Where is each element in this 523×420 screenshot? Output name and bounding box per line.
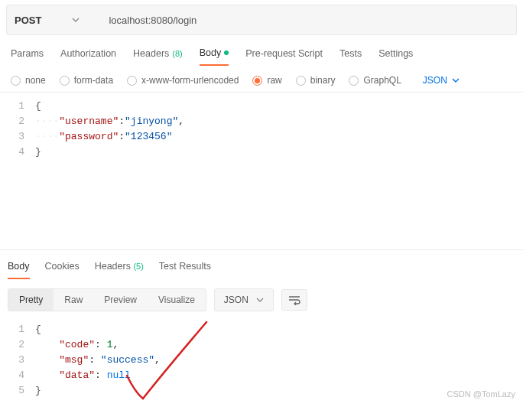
body-type-raw[interactable]: raw xyxy=(252,75,281,86)
body-type-formdata[interactable]: form-data xyxy=(60,75,113,86)
watermark-text: CSDN @TomLazy xyxy=(447,386,515,402)
http-method-label: POST xyxy=(15,15,41,26)
line-number: 1 xyxy=(0,99,35,114)
line-number: 5 xyxy=(0,383,35,399)
resp-tab-testresults[interactable]: Test Results xyxy=(159,261,211,279)
body-type-binary[interactable]: binary xyxy=(296,75,336,86)
http-method-select[interactable]: POST xyxy=(15,15,90,26)
request-bar: POST localhost:8080/login xyxy=(6,5,517,35)
response-body-editor[interactable]: 1{ 2 "code": 1, 3 "msg": "success", 4 "d… xyxy=(0,321,523,406)
radio-icon xyxy=(60,76,70,86)
tab-headers-count: (8) xyxy=(172,49,182,58)
wrap-lines-button[interactable] xyxy=(281,289,307,311)
body-type-xwww[interactable]: x-www-form-urlencoded xyxy=(127,75,239,86)
tab-prerequest[interactable]: Pre-request Script xyxy=(245,47,323,66)
resp-tab-cookies[interactable]: Cookies xyxy=(45,261,80,279)
view-preview-button[interactable]: Preview xyxy=(93,289,148,311)
chevron-down-icon xyxy=(256,296,264,304)
radio-icon xyxy=(127,76,137,86)
tab-tests[interactable]: Tests xyxy=(339,47,362,66)
resp-tab-body[interactable]: Body xyxy=(8,261,30,279)
resp-tab-headers-label: Headers xyxy=(95,261,131,272)
request-tabs: Params Authorization Headers (8) Body Pr… xyxy=(0,35,523,66)
line-number: 4 xyxy=(0,368,35,383)
wrap-icon xyxy=(288,295,300,305)
line-number: 3 xyxy=(0,353,35,368)
response-view-segment: Pretty Raw Preview Visualize xyxy=(8,288,206,311)
tab-params[interactable]: Params xyxy=(11,47,44,66)
tab-headers[interactable]: Headers (8) xyxy=(133,47,183,66)
chevron-down-icon xyxy=(72,16,80,24)
tab-authorization[interactable]: Authorization xyxy=(60,47,116,66)
body-language-label: JSON xyxy=(423,75,447,86)
radio-icon xyxy=(11,76,21,86)
request-url-input[interactable]: localhost:8080/login xyxy=(109,15,197,26)
response-language-select[interactable]: JSON xyxy=(214,288,274,311)
line-number: 2 xyxy=(0,337,35,353)
line-number: 1 xyxy=(0,322,35,337)
line-number: 3 xyxy=(0,129,35,145)
line-number: 4 xyxy=(0,145,35,160)
chevron-down-icon xyxy=(452,77,460,84)
response-view-bar: Pretty Raw Preview Visualize JSON xyxy=(0,279,523,321)
line-number: 2 xyxy=(0,114,35,129)
radio-selected-icon xyxy=(252,76,262,86)
request-body-editor[interactable]: 1{ 2····"username":"jinyong", 3····"pass… xyxy=(0,92,523,245)
radio-icon xyxy=(349,76,359,86)
tab-headers-label: Headers xyxy=(133,48,169,59)
view-visualize-button[interactable]: Visualize xyxy=(148,289,206,311)
view-raw-button[interactable]: Raw xyxy=(54,289,93,311)
body-type-none[interactable]: none xyxy=(11,75,46,86)
resp-tab-headers-count: (5) xyxy=(133,262,143,271)
body-language-select[interactable]: JSON xyxy=(423,75,460,86)
tab-body-label: Body xyxy=(200,47,222,58)
response-tabs: Body Cookies Headers (5) Test Results xyxy=(0,250,523,279)
response-language-label: JSON xyxy=(224,295,249,305)
radio-icon xyxy=(296,76,306,86)
body-type-row: none form-data x-www-form-urlencoded raw… xyxy=(0,66,523,92)
body-modified-indicator-icon xyxy=(224,50,229,55)
tab-settings[interactable]: Settings xyxy=(378,47,413,66)
view-pretty-button[interactable]: Pretty xyxy=(8,289,54,311)
resp-tab-headers[interactable]: Headers (5) xyxy=(95,261,144,279)
body-type-graphql[interactable]: GraphQL xyxy=(349,75,401,86)
tab-body[interactable]: Body xyxy=(200,47,229,66)
